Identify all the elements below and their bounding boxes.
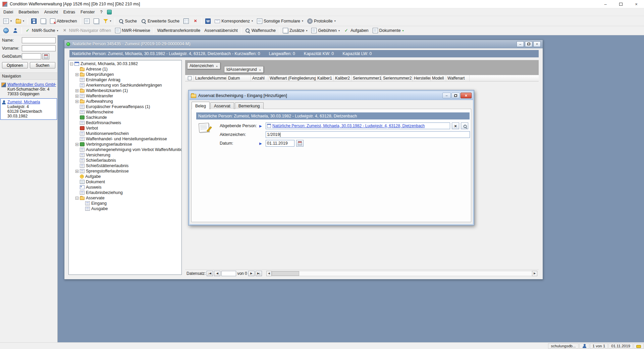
horizontal-scrollbar[interactable]: ◀ ▶ [266,271,537,276]
zusaetze-button[interactable]: Zusätze▾ [281,27,309,35]
optionen-button[interactable]: Optionen [2,62,28,68]
clear-person-button[interactable]: × [452,122,459,129]
vorname-input[interactable] [22,45,56,51]
tree-item[interactable]: Aufgabe [69,174,181,179]
nwr-globe-button[interactable] [1,27,11,35]
tree-item[interactable]: +Waffenbesitzkarten (1) [69,88,181,93]
tree-item[interactable]: Dokument [69,179,181,185]
column-header[interactable]: Waffenart (Feingliederung) [268,75,316,81]
tree-item[interactable]: Eingang [69,201,181,206]
column-header[interactable]: Waffenart [446,75,470,81]
tree-item[interactable]: Europäischer Feuerwaffenpass (1) [69,104,181,109]
expand-icon[interactable]: + [75,89,78,92]
aufgaben-button[interactable]: Aufgaben [342,27,371,35]
aktenzeichen-input[interactable]: 1/2019 [266,131,470,138]
save-all-button[interactable] [39,17,48,25]
expand-icon[interactable]: + [75,143,78,146]
groupby-aktenzeichen[interactable]: Aktenzeichen ▲ [187,62,220,69]
tree-item[interactable]: Erstmaliger Antrag [69,77,181,83]
child-minimize-button[interactable]: – [517,41,524,47]
tree-item[interactable]: Waffenhandel- und Herstellungserlaubniss… [69,136,181,142]
tab-Beleg[interactable]: Beleg [192,102,210,109]
nav-entry-line[interactable]: Zumeist, Michaela [7,100,42,104]
tree-item[interactable]: +Waffentransfer [69,93,181,99]
new-button[interactable]: ▾ [1,17,14,25]
asservatuebersicht-button[interactable]: Asservatübersicht [202,27,239,35]
datum-calendar-button[interactable] [296,140,304,147]
expand-icon[interactable]: + [75,170,78,173]
column-header[interactable]: Hersteller [413,75,431,81]
column-header[interactable]: Datum [227,75,251,81]
column-header[interactable]: Seriennummer2 [382,75,413,81]
first-record-button[interactable]: |◀ [207,271,213,276]
menu-item-Ansicht[interactable]: Ansicht [42,8,61,16]
tree-item[interactable]: Verbot [69,126,181,131]
row-selector-column[interactable] [185,75,194,81]
sonstige-formulare-button[interactable]: Sonstige Formulare▾ [255,17,305,25]
expand-icon[interactable]: + [75,73,78,76]
minimize-button[interactable]: – [598,0,613,8]
suchen-button[interactable]: Suchen [30,62,56,68]
nav-entry[interactable]: Zumeist, MichaelaLudwigstr. 463128 Dietz… [0,98,57,120]
nav-entry-line[interactable]: Waffenhändler Guns GmbH [7,82,56,87]
paste-button[interactable] [92,17,101,25]
tree-item[interactable]: Ausgabe [69,206,181,211]
tree-item[interactable]: Versicherung [69,152,181,158]
erweiterte-suche-button[interactable]: Erweiterte Suche [139,17,181,25]
expand-icon[interactable]: + [75,100,78,103]
navigation-header[interactable]: Navigation [0,72,57,80]
tree-item[interactable]: Schießerlaubnis [69,158,181,163]
waffentransferkontrolle-button[interactable]: Waffentransferkontrolle [155,27,203,35]
lookup-person-button[interactable] [461,122,468,129]
dokumente-button[interactable]: Dokumente▾ [371,27,406,35]
tree-item[interactable]: Sachkunde [69,115,181,120]
tree-item[interactable]: Munitionserwerbschein [69,131,181,136]
column-header[interactable]: Anzahl [251,75,268,81]
tree-item[interactable]: +Überprüfungen [69,72,181,77]
menu-item-Fenster[interactable]: Fenster [78,8,97,16]
dialog-minimize-button[interactable]: – [442,93,451,98]
nwr-navigator-button[interactable]: NWR-Navigator öffnen [60,27,113,35]
menu-item-Datei[interactable]: Datei [1,8,16,16]
tab-Asservat[interactable]: Asservat [210,102,234,109]
column-header[interactable]: Kaliber2 [334,75,352,81]
dialog-titlebar[interactable]: Asservat Bescheinigung - Eingang [Hinzuf… [190,91,473,100]
tab-Bemerkung[interactable]: Bemerkung [235,102,264,109]
column-header[interactable]: Modell [431,75,446,81]
collapse-icon[interactable]: − [70,62,73,65]
last-record-button[interactable]: ▶| [256,271,262,276]
gebdatum-calendar-button[interactable] [42,53,49,59]
close-button[interactable]: × [629,0,644,8]
menu-extra-icon[interactable] [107,10,112,14]
groupby-idasserviergrund[interactable]: IdAsserviergrund ▲ [224,66,264,73]
word-button[interactable] [203,17,213,25]
tree-item[interactable]: Waffenscheine [69,109,181,115]
collapse-icon[interactable]: − [75,197,78,200]
record-number-input[interactable] [221,271,236,276]
open-button[interactable]: ▾ [14,17,26,25]
scrollbar-thumb[interactable] [272,271,299,276]
tree-item[interactable]: Erlaubnisbeziehung [69,190,181,195]
abgebende-person-link[interactable]: Natürliche Person: Zumeist, Michaela, 30… [272,123,425,128]
copy-button[interactable] [82,17,92,25]
nwr-suche-button[interactable]: NWR-Suche▾ [23,27,60,35]
nav-entry[interactable]: Waffenhändler Guns GmbHKurt-Schumacher-S… [0,81,57,98]
menu-item-Extras[interactable]: Extras [61,8,78,16]
clear-filter-button[interactable] [191,17,200,25]
tree-item[interactable]: Adresse (1) [69,66,181,72]
protokolle-button[interactable]: Protokolle▾ [305,17,338,25]
column-header[interactable]: Seriennummer1 [352,75,382,81]
scroll-left-button[interactable]: ◀ [266,271,272,276]
korrespondenz-button[interactable]: Korrespondenz▾ [213,17,255,25]
tree-item[interactable]: Ausnahmegenehmigung vom Verbot Waffen/Mu… [69,147,181,152]
scrollbar-track[interactable] [272,271,532,276]
column-header[interactable]: LaufendeNummer [194,75,227,81]
tree-item[interactable]: Bedürfnisnachweis [69,120,181,126]
tree-item[interactable]: Anerkennung von Sachkundelehrgängen [69,83,181,88]
nwr-hinweise-button[interactable]: NWR-Hinweise [113,27,152,35]
abbrechen-button[interactable]: Abbrechen [48,17,79,25]
dialog-maximize-button[interactable] [451,93,460,98]
nwr-person-button[interactable] [11,27,20,35]
save-button[interactable] [29,17,39,25]
filter-button[interactable]: ▾ [101,17,113,25]
